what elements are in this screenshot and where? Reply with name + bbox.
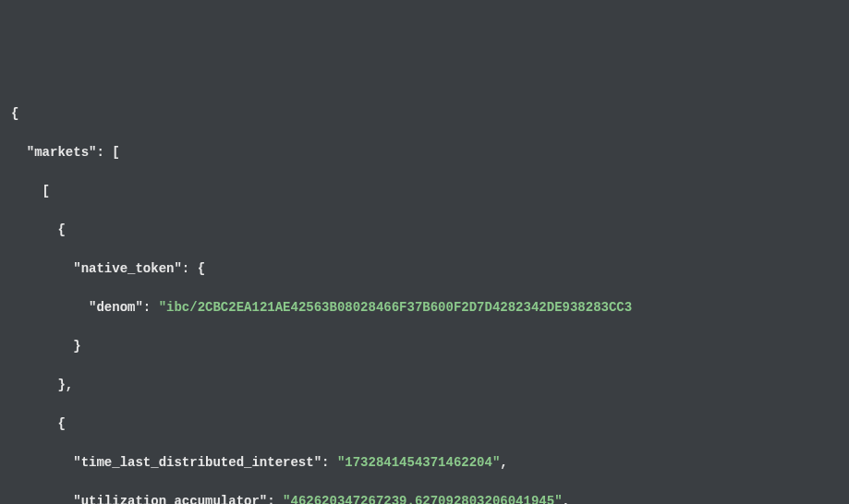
line: } [11,337,838,356]
val-tldi: 1732841454371462204 [345,455,492,470]
json-code-block: { "markets": [ [ { "native_token": { "de… [11,85,838,504]
line: [ [11,182,838,201]
line: { [11,104,838,124]
val-denom: ibc/2CBC2EA121AE42563B08028466F37B600F2D… [166,300,632,315]
line: "utilization_accumulator": "462620347267… [11,492,838,504]
line: "time_last_distributed_interest": "17328… [11,453,838,473]
line: }, [11,376,838,395]
line: { [11,221,838,240]
line: { [11,414,838,434]
key-tldi: time_last_distributed_interest [81,455,314,470]
key-denom: denom [96,300,135,315]
val-ua: 462620347267239.627092803206041945 [290,494,554,504]
key-ua: utilization_accumulator [81,494,260,504]
line: "native_token": { [11,259,838,279]
line: "denom": "ibc/2CBC2EA121AE42563B08028466… [11,298,838,318]
key-markets: markets [34,145,89,160]
key-native-token: native_token [81,261,175,276]
line: "markets": [ [11,143,838,162]
